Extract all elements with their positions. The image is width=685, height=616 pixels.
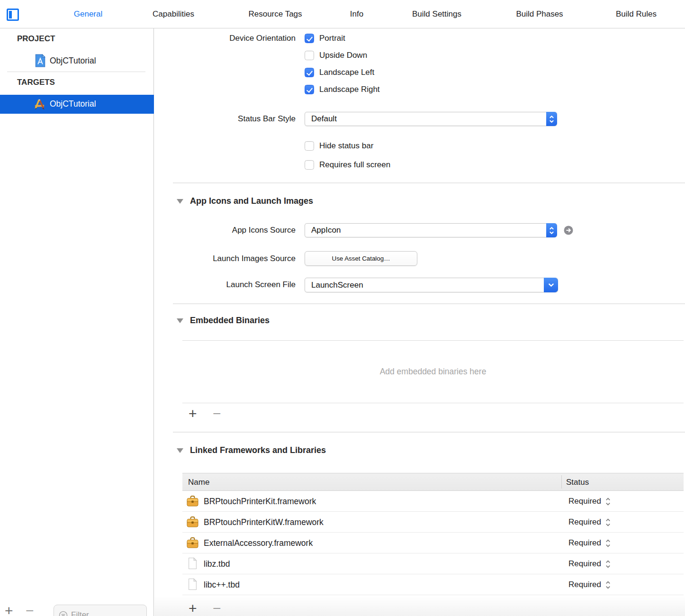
name-column-header[interactable]: Name — [188, 473, 209, 491]
content-bottom-fade — [154, 596, 685, 616]
status-value: Required — [568, 538, 601, 548]
launch-screen-file-value: LaunchScreen — [311, 278, 363, 292]
project-document-icon — [35, 54, 46, 70]
goto-app-icons-arrow-button[interactable] — [564, 226, 573, 235]
embedded-remove-button[interactable]: − — [213, 407, 221, 420]
requires-full-screen-checkbox[interactable] — [305, 160, 314, 170]
section-title: Linked Frameworks and Libraries — [190, 445, 326, 455]
linked-add-button[interactable]: + — [189, 602, 197, 615]
sidebar-item-project[interactable]: ObjCTutorial — [0, 52, 154, 70]
sidebar-filter-field[interactable]: Filter — [54, 605, 147, 616]
tab-build-rules[interactable]: Build Rules — [616, 0, 657, 28]
linked-frameworks-section-header[interactable]: Linked Frameworks and Libraries — [177, 445, 326, 455]
status-stepper-icon — [605, 518, 611, 527]
upside-down-checkbox[interactable] — [305, 51, 314, 60]
framework-name: BRPtouchPrinterKit.framework — [204, 491, 316, 512]
status-value: Required — [568, 497, 601, 506]
app-icons-source-popup[interactable]: AppIcon — [305, 223, 557, 237]
portrait-checkbox[interactable] — [305, 34, 314, 43]
tab-resource-tags[interactable]: Resource Tags — [248, 0, 302, 28]
launch-screen-file-label: Launch Screen File — [156, 280, 296, 290]
section-divider — [173, 303, 685, 304]
navigator-panel-icon[interactable] — [7, 9, 19, 21]
library-name: libc++.tbd — [204, 574, 240, 595]
status-stepper-icon — [605, 580, 611, 589]
launch-screen-file-combobox[interactable]: LaunchScreen — [305, 278, 558, 292]
upside-down-label: Upside Down — [319, 51, 367, 60]
tab-general[interactable]: General — [74, 0, 102, 28]
status-popup[interactable]: Required — [568, 512, 611, 533]
embedded-binaries-placeholder: Add embedded binaries here — [182, 367, 684, 377]
navigator-panel-icon-bar — [9, 11, 12, 18]
requires-full-screen-label: Requires full screen — [319, 160, 390, 170]
hide-status-bar-label: Hide status bar — [319, 141, 373, 151]
app-target-icon — [33, 98, 46, 113]
status-value: Required — [568, 580, 601, 589]
section-divider — [173, 182, 685, 183]
document-icon — [188, 557, 198, 572]
launch-images-source-label: Launch Images Source — [156, 254, 296, 263]
embedded-add-button[interactable]: + — [189, 407, 197, 420]
table-row[interactable]: BRPtouchPrinterKitW.framework Required — [182, 512, 684, 533]
sidebar-item-label: ObjCTutorial — [50, 95, 96, 113]
tab-info[interactable]: Info — [350, 0, 363, 28]
section-title: Embedded Binaries — [190, 316, 270, 326]
editor-tab-bar: General Capabilities Resource Tags Info … — [0, 0, 685, 28]
tab-capabilities[interactable]: Capabilities — [153, 0, 194, 28]
status-column-header[interactable]: Status — [566, 473, 589, 491]
hide-status-bar-checkbox[interactable] — [305, 141, 314, 151]
framework-toolbox-icon — [186, 537, 199, 552]
status-popup[interactable]: Required — [568, 574, 611, 595]
framework-toolbox-icon — [186, 516, 199, 531]
project-group-header: PROJECT — [17, 34, 55, 44]
xcode-target-general-pane: General Capabilities Resource Tags Info … — [0, 0, 685, 616]
status-stepper-icon — [605, 497, 611, 506]
landscape-right-checkbox[interactable] — [305, 85, 314, 94]
disclosure-triangle-icon[interactable] — [177, 318, 183, 323]
landscape-left-label: Landscape Left — [319, 68, 374, 77]
status-popup[interactable]: Required — [568, 553, 611, 574]
status-popup[interactable]: Required — [568, 491, 611, 512]
sidebar-add-button[interactable]: + — [5, 603, 13, 616]
embedded-list-top-border — [182, 340, 684, 341]
status-bar-style-label: Status Bar Style — [156, 114, 296, 124]
embedded-list-bottom-border — [182, 403, 684, 403]
popup-stepper-icon — [546, 112, 557, 126]
status-bar-style-popup[interactable]: Default — [305, 112, 557, 126]
use-asset-catalog-button[interactable]: Use Asset Catalog… — [305, 251, 417, 266]
popup-stepper-icon — [546, 223, 557, 237]
status-value: Required — [568, 559, 601, 569]
sidebar-divider — [7, 72, 145, 72]
framework-toolbox-icon — [186, 495, 199, 510]
disclosure-triangle-icon[interactable] — [177, 199, 183, 204]
library-name: libz.tbd — [204, 553, 230, 574]
portrait-label: Portrait — [319, 34, 345, 43]
status-popup[interactable]: Required — [568, 533, 611, 553]
landscape-left-checkbox[interactable] — [305, 68, 314, 77]
status-bar-style-value: Default — [311, 112, 337, 126]
section-title: App Icons and Launch Images — [190, 196, 313, 206]
app-icons-source-value: AppIcon — [311, 224, 341, 237]
status-value: Required — [568, 517, 601, 527]
app-icons-source-label: App Icons Source — [156, 226, 296, 235]
embedded-binaries-section-header[interactable]: Embedded Binaries — [177, 316, 270, 326]
tab-build-settings[interactable]: Build Settings — [412, 0, 461, 28]
framework-name: ExternalAccessory.framework — [204, 533, 313, 553]
table-row[interactable]: libz.tbd Required — [182, 553, 684, 574]
table-header-row: Name Status — [182, 473, 684, 491]
sidebar-item-target[interactable]: ObjCTutorial — [0, 95, 154, 114]
sidebar-remove-button[interactable]: − — [26, 603, 34, 616]
sidebar-item-label: ObjCTutorial — [50, 52, 96, 70]
app-icons-section-header[interactable]: App Icons and Launch Images — [177, 196, 313, 206]
targets-group-header: TARGETS — [17, 78, 55, 87]
tab-build-phases[interactable]: Build Phases — [516, 0, 563, 28]
filter-placeholder: Filter — [71, 610, 89, 616]
table-row[interactable]: ExternalAccessory.framework Required — [182, 533, 684, 553]
document-icon — [188, 578, 198, 593]
table-row[interactable]: BRPtouchPrinterKit.framework Required — [182, 491, 684, 512]
linked-remove-button[interactable]: − — [213, 602, 221, 615]
framework-name: BRPtouchPrinterKitW.framework — [204, 512, 324, 533]
column-separator[interactable] — [561, 475, 562, 489]
table-row[interactable]: libc++.tbd Required — [182, 574, 684, 595]
disclosure-triangle-icon[interactable] — [177, 448, 183, 453]
